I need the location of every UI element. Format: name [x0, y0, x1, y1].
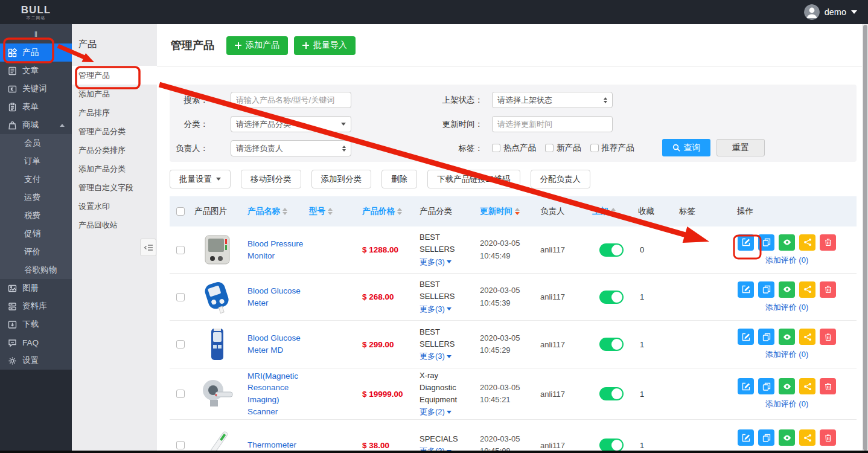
category-more-link[interactable]: 更多(3)	[420, 256, 452, 268]
collapse-sidebar-button[interactable]	[140, 239, 156, 256]
search-input[interactable]	[231, 92, 351, 108]
sidebar-item-gallery[interactable]: 图册	[0, 279, 72, 297]
status-select[interactable]: 请选择上架状态	[492, 92, 613, 108]
edit-button[interactable]	[738, 329, 754, 345]
add-product-button[interactable]: 添加产品	[226, 36, 288, 55]
col-updated[interactable]: 更新时间	[476, 206, 537, 217]
tag-new-products[interactable]: 新产品	[545, 143, 581, 153]
row-checkbox[interactable]	[176, 340, 185, 349]
move-to-category-button[interactable]: 移动到分类	[241, 170, 301, 188]
add-review-link[interactable]: 添加评价 (0)	[738, 349, 836, 360]
submenu-item-custom-fields[interactable]: 管理自定义字段	[72, 178, 157, 197]
copy-button[interactable]	[758, 281, 774, 298]
updated-time-input[interactable]	[492, 116, 613, 132]
share-button[interactable]	[799, 329, 815, 345]
preview-eye-button[interactable]	[779, 378, 795, 394]
batch-import-button[interactable]: 批量导入	[294, 36, 356, 55]
sidebar-item-faq[interactable]: FAQ	[0, 333, 72, 352]
status-toggle-on[interactable]	[599, 387, 624, 400]
select-all-checkbox[interactable]	[176, 207, 185, 216]
submenu-item-recycle-bin[interactable]: 产品回收站	[72, 216, 157, 234]
sidebar-subitem-promotions[interactable]: 促销	[0, 225, 72, 243]
submenu-item-add-product[interactable]: 添加产品	[72, 85, 157, 103]
col-name[interactable]: 产品名称	[244, 206, 305, 217]
delete-row-button[interactable]	[820, 329, 836, 345]
sidebar-subitem-shipping[interactable]: 运费	[0, 188, 72, 207]
sidebar-drag-handle[interactable]: ‖	[0, 24, 72, 43]
sidebar-item-articles[interactable]: 文章	[0, 62, 72, 80]
sidebar-item-keywords[interactable]: 关键词	[0, 80, 72, 98]
submenu-item-manage-categories[interactable]: 管理产品分类	[72, 122, 157, 141]
copy-button[interactable]	[758, 234, 774, 251]
owner-select[interactable]: 请选择负责人	[231, 140, 351, 156]
edit-button[interactable]	[738, 281, 754, 298]
copy-button[interactable]	[758, 429, 774, 446]
add-review-link[interactable]: 添加评价 (0)	[738, 302, 836, 313]
status-toggle-on[interactable]	[599, 243, 624, 257]
category-select[interactable]: 请选择产品分类	[231, 116, 351, 132]
edit-button[interactable]	[738, 234, 754, 251]
row-checkbox[interactable]	[176, 293, 185, 301]
submenu-item-manage-products[interactable]: 管理产品	[72, 66, 157, 85]
row-checkbox[interactable]	[176, 246, 185, 254]
sidebar-subitem-google-shopping[interactable]: 谷歌购物	[0, 261, 72, 279]
delete-button[interactable]: 删除	[381, 170, 417, 188]
category-more-link[interactable]: 更多(2)	[420, 406, 452, 418]
product-name-link[interactable]: Blood Pressure Monitor	[247, 238, 305, 262]
col-model[interactable]: 型号	[305, 206, 359, 217]
sidebar-item-mall[interactable]: 商城	[0, 116, 72, 134]
edit-button[interactable]	[738, 429, 754, 446]
submenu-item-category-sort[interactable]: 产品分类排序	[72, 141, 157, 159]
preview-eye-button[interactable]	[779, 234, 795, 251]
sidebar-item-downloads[interactable]: 下载	[0, 315, 72, 333]
submenu-item-add-category[interactable]: 添加产品分类	[72, 159, 157, 178]
col-status[interactable]: 上架	[589, 206, 634, 217]
sidebar-item-products[interactable]: 产品	[0, 43, 72, 62]
status-toggle-on[interactable]	[599, 439, 624, 452]
preview-eye-button[interactable]	[779, 281, 795, 298]
tag-hot-products[interactable]: 热点产品	[492, 143, 536, 153]
copy-button[interactable]	[758, 378, 774, 394]
checkbox[interactable]	[492, 144, 500, 152]
preview-eye-button[interactable]	[779, 429, 795, 446]
tag-recommended-products[interactable]: 推荐产品	[590, 143, 634, 153]
edit-button[interactable]	[738, 378, 754, 394]
product-name-link[interactable]: Thermometer	[247, 439, 305, 451]
sidebar-subitem-orders[interactable]: 订单	[0, 152, 72, 170]
sidebar-subitem-payments[interactable]: 支付	[0, 170, 72, 188]
sidebar-subitem-members[interactable]: 会员	[0, 134, 72, 152]
share-button[interactable]	[799, 378, 815, 394]
submenu-item-product-sort[interactable]: 产品排序	[72, 103, 157, 122]
product-name-link[interactable]: Blood Glucose Meter MD	[247, 332, 305, 356]
sidebar-item-library[interactable]: 资料库	[0, 297, 72, 315]
scrollbar-thumb[interactable]	[863, 25, 867, 451]
product-name-link[interactable]: MRI(Magnetic Resonance Imaging) Scanner	[247, 370, 305, 417]
download-qrcode-button[interactable]: 下载产品链接二维码	[427, 170, 520, 188]
share-button[interactable]	[799, 429, 815, 446]
row-checkbox[interactable]	[176, 441, 185, 449]
assign-owner-button[interactable]: 分配负责人	[531, 170, 591, 188]
sidebar-subitem-tax[interactable]: 税费	[0, 207, 72, 225]
submenu-item-watermark[interactable]: 设置水印	[72, 197, 157, 216]
col-price[interactable]: 产品价格	[359, 206, 416, 217]
row-checkbox[interactable]	[176, 390, 185, 398]
delete-row-button[interactable]	[820, 281, 836, 298]
app-logo[interactable]: BULL 不二网络	[0, 0, 72, 24]
delete-row-button[interactable]	[820, 429, 836, 446]
delete-row-button[interactable]	[820, 234, 836, 251]
sidebar-item-settings[interactable]: 设置	[0, 352, 72, 370]
status-toggle-on[interactable]	[599, 291, 624, 304]
checkbox[interactable]	[545, 144, 554, 152]
reset-button[interactable]: 重置	[716, 139, 765, 156]
preview-eye-button[interactable]	[779, 329, 795, 345]
user-menu[interactable]: demo	[804, 4, 857, 20]
category-more-link[interactable]: 更多(3)	[420, 303, 452, 315]
vertical-scrollbar[interactable]	[862, 24, 868, 453]
status-toggle-on[interactable]	[599, 338, 624, 351]
query-button[interactable]: 查询	[662, 139, 710, 156]
product-name-link[interactable]: Blood Glucose Meter	[247, 285, 305, 309]
add-review-link[interactable]: 添加评价 (0)	[738, 399, 836, 410]
sidebar-item-forms[interactable]: 表单	[0, 98, 72, 116]
add-to-category-button[interactable]: 添加到分类	[311, 170, 372, 188]
share-button[interactable]	[799, 234, 815, 251]
